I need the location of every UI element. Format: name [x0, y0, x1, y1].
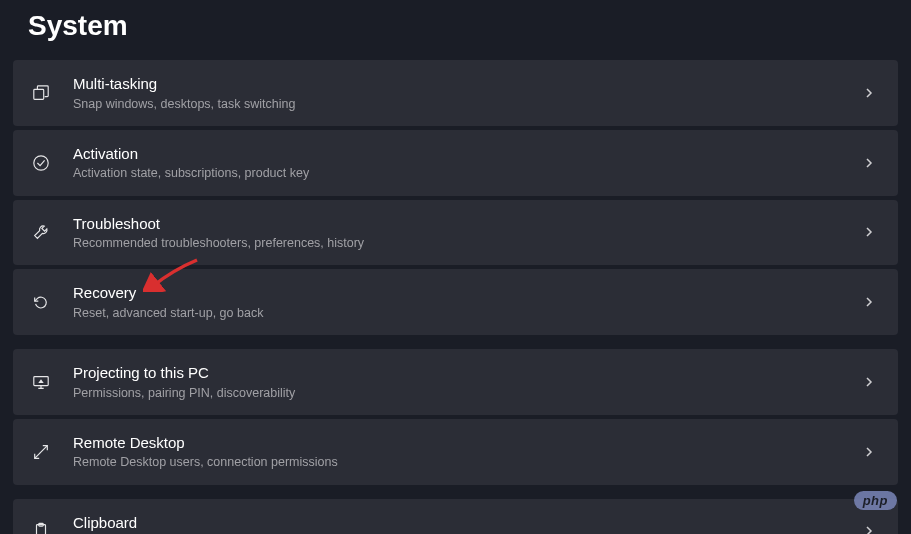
page-title: System: [0, 0, 911, 60]
setting-title: Multi-tasking: [73, 74, 862, 94]
setting-item-multitasking[interactable]: Multi-tasking Snap windows, desktops, ta…: [13, 60, 898, 126]
activation-icon: [29, 151, 53, 175]
chevron-right-icon: [862, 156, 876, 170]
setting-item-projecting[interactable]: Projecting to this PC Permissions, pairi…: [13, 349, 898, 415]
multitasking-icon: [29, 81, 53, 105]
setting-title: Activation: [73, 144, 862, 164]
setting-item-clipboard[interactable]: Clipboard Cut and copy history, sync, cl…: [13, 499, 898, 535]
projecting-icon: [29, 370, 53, 394]
setting-desc: Remote Desktop users, connection permiss…: [73, 454, 862, 470]
settings-list: Multi-tasking Snap windows, desktops, ta…: [0, 60, 911, 534]
setting-title: Recovery: [73, 283, 862, 303]
setting-desc: Snap windows, desktops, task switching: [73, 96, 862, 112]
php-badge: php: [854, 491, 897, 510]
chevron-right-icon: [862, 225, 876, 239]
troubleshoot-icon: [29, 220, 53, 244]
remote-desktop-icon: [29, 440, 53, 464]
svg-point-1: [34, 155, 48, 169]
setting-item-troubleshoot[interactable]: Troubleshoot Recommended troubleshooters…: [13, 200, 898, 266]
setting-title: Projecting to this PC: [73, 363, 862, 383]
recovery-icon: [29, 290, 53, 314]
setting-item-remote-desktop[interactable]: Remote Desktop Remote Desktop users, con…: [13, 419, 898, 485]
setting-desc: Reset, advanced start-up, go back: [73, 305, 862, 321]
chevron-right-icon: [862, 445, 876, 459]
setting-item-recovery[interactable]: Recovery Reset, advanced start-up, go ba…: [13, 269, 898, 335]
setting-desc: Activation state, subscriptions, product…: [73, 165, 862, 181]
setting-desc: Permissions, pairing PIN, discoverabilit…: [73, 385, 862, 401]
setting-item-activation[interactable]: Activation Activation state, subscriptio…: [13, 130, 898, 196]
setting-title: Clipboard: [73, 513, 862, 533]
svg-rect-0: [34, 89, 44, 99]
setting-title: Troubleshoot: [73, 214, 862, 234]
clipboard-icon: [29, 519, 53, 534]
setting-desc: Recommended troubleshooters, preferences…: [73, 235, 862, 251]
chevron-right-icon: [862, 375, 876, 389]
chevron-right-icon: [862, 524, 876, 534]
chevron-right-icon: [862, 295, 876, 309]
chevron-right-icon: [862, 86, 876, 100]
setting-title: Remote Desktop: [73, 433, 862, 453]
